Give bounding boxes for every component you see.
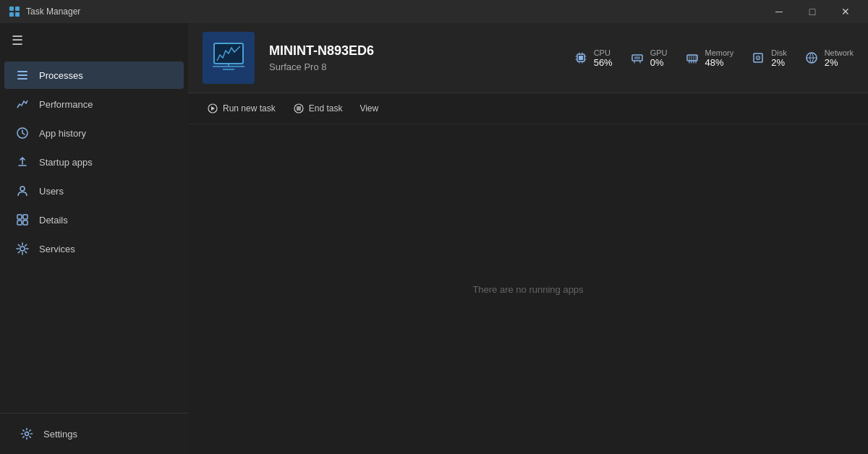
view-label: View [359, 103, 378, 113]
sidebar-item-services[interactable]: Services [4, 235, 184, 262]
svg-rect-4 [17, 71, 27, 72]
stat-disk-label: Disk [771, 48, 786, 57]
title-bar: Task Manager ─ □ ✕ [0, 0, 868, 23]
stat-gpu-info: GPU 0% [650, 48, 668, 68]
svg-rect-2 [9, 12, 14, 17]
svg-rect-10 [23, 215, 27, 219]
network-icon [804, 51, 819, 65]
app-icon [9, 6, 20, 17]
stat-disk: Disk 2% [751, 48, 786, 68]
sidebar-label-details: Details [39, 215, 68, 226]
stat-memory-label: Memory [705, 48, 734, 57]
performance-icon [16, 98, 29, 111]
sidebar-nav: Processes Performance A [0, 58, 188, 413]
svg-rect-6 [17, 78, 27, 80]
stat-memory: Memory 48% [685, 48, 734, 68]
sidebar-footer: Settings [0, 413, 188, 454]
sidebar-label-users: Users [39, 186, 64, 197]
sidebar-item-startup-apps[interactable]: Startup apps [4, 148, 184, 176]
content-area: MININT-N893ED6 Surface Pro 8 CPU [188, 23, 868, 454]
run-new-task-button[interactable]: Run new task [200, 99, 283, 118]
sidebar: ☰ Processes [0, 23, 188, 454]
details-icon [16, 213, 29, 226]
processes-icon [16, 69, 29, 82]
svg-point-14 [25, 432, 29, 436]
stat-disk-value: 2% [771, 57, 786, 68]
end-task-icon [293, 103, 305, 114]
svg-point-13 [20, 247, 25, 251]
empty-message: There are no running apps [472, 284, 583, 295]
sidebar-label-startup-apps: Startup apps [39, 157, 93, 168]
sidebar-label-settings: Settings [43, 429, 77, 440]
sidebar-menu-button[interactable]: ☰ [3, 26, 32, 55]
sidebar-item-details[interactable]: Details [4, 206, 184, 234]
svg-point-27 [757, 57, 759, 59]
main-container: ☰ Processes [0, 23, 868, 454]
stat-memory-info: Memory 48% [705, 48, 734, 68]
users-icon [16, 184, 29, 197]
stat-cpu-info: CPU 56% [594, 48, 613, 68]
maximize-button[interactable]: □ [796, 0, 829, 23]
svg-rect-0 [9, 7, 14, 11]
svg-rect-3 [15, 12, 20, 17]
svg-rect-1 [15, 7, 20, 11]
sidebar-label-performance: Performance [39, 99, 93, 110]
cpu-icon [574, 51, 588, 65]
sidebar-label-app-history: App history [39, 128, 86, 139]
svg-rect-17 [579, 56, 583, 60]
device-model: Surface Pro 8 [269, 61, 374, 72]
end-task-button[interactable]: End task [286, 99, 350, 118]
toolbar: Run new task End task View [188, 93, 868, 124]
device-name: MININT-N893ED6 [269, 43, 374, 59]
svg-rect-32 [297, 106, 301, 111]
stat-network-value: 2% [825, 57, 854, 68]
stat-gpu-label: GPU [650, 48, 668, 57]
svg-point-8 [20, 187, 25, 191]
stat-cpu: CPU 56% [574, 48, 613, 68]
app-history-icon [16, 127, 29, 140]
stats-row: CPU 56% GPU 0% [574, 48, 854, 68]
services-icon [16, 242, 29, 255]
title-bar-title: Task Manager [26, 7, 80, 17]
gpu-icon [630, 51, 644, 65]
empty-state: There are no running apps [188, 124, 868, 454]
sidebar-item-processes[interactable]: Processes [4, 61, 184, 89]
run-task-icon [207, 103, 218, 114]
startup-apps-icon [16, 155, 29, 168]
stat-memory-value: 48% [705, 57, 734, 68]
device-info: MININT-N893ED6 Surface Pro 8 [269, 43, 374, 72]
stat-disk-info: Disk 2% [771, 48, 786, 68]
sidebar-item-users[interactable]: Users [4, 177, 184, 205]
disk-icon [751, 51, 765, 65]
stat-network-label: Network [825, 48, 854, 57]
stat-cpu-value: 56% [594, 57, 613, 68]
svg-rect-19 [634, 56, 640, 59]
close-button[interactable]: ✕ [829, 0, 862, 23]
settings-icon [20, 427, 33, 440]
hamburger-icon: ☰ [12, 33, 23, 48]
title-bar-left: Task Manager [9, 6, 80, 17]
svg-rect-11 [17, 220, 22, 225]
device-header: MININT-N893ED6 Surface Pro 8 CPU [188, 23, 868, 93]
svg-rect-9 [17, 215, 22, 219]
stat-gpu: GPU 0% [630, 48, 668, 68]
svg-rect-5 [17, 74, 27, 76]
stat-network: Network 2% [804, 48, 854, 68]
sidebar-item-app-history[interactable]: App history [4, 119, 184, 147]
stat-network-info: Network 2% [825, 48, 854, 68]
sidebar-label-services: Services [39, 244, 75, 254]
stat-gpu-value: 0% [650, 57, 668, 68]
run-new-task-label: Run new task [223, 103, 276, 113]
minimize-button[interactable]: ─ [762, 0, 796, 23]
sidebar-item-settings[interactable]: Settings [9, 420, 179, 447]
sidebar-item-performance[interactable]: Performance [4, 90, 184, 118]
title-bar-controls: ─ □ ✕ [762, 0, 862, 23]
end-task-label: End task [309, 103, 343, 113]
sidebar-label-processes: Processes [39, 70, 83, 81]
svg-rect-12 [23, 220, 27, 225]
device-icon [203, 32, 255, 84]
stat-cpu-label: CPU [594, 48, 613, 57]
memory-icon [685, 51, 699, 65]
view-button[interactable]: View [352, 100, 386, 117]
